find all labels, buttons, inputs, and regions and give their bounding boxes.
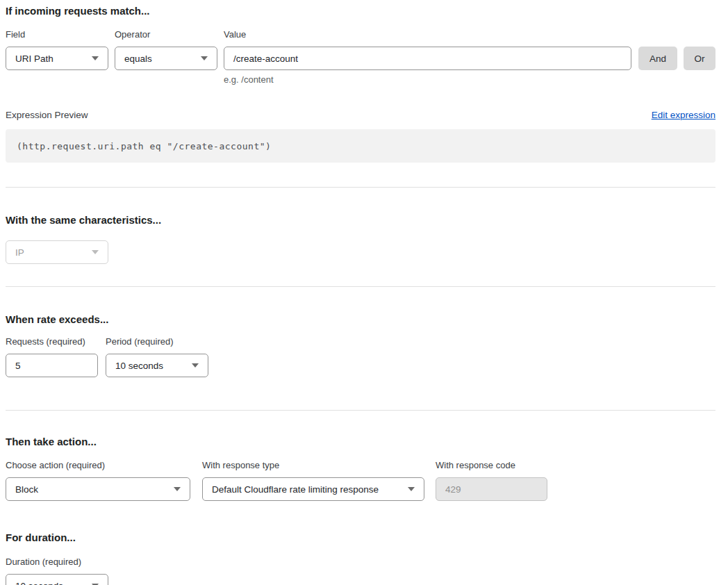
action-section-heading: Then take action... [6, 436, 715, 448]
chevron-down-icon [408, 487, 415, 491]
duration-select-value: 10 seconds [15, 581, 63, 585]
chevron-down-icon [174, 487, 181, 491]
characteristic-select-value: IP [15, 247, 24, 258]
field-select[interactable]: URI Path [6, 47, 108, 70]
action-controls-row: Choose action (required) Block With resp… [6, 461, 715, 501]
field-select-value: URI Path [15, 53, 53, 64]
response-code-group: With response code [436, 461, 547, 501]
rate-section-heading: When rate exceeds... [6, 313, 715, 326]
characteristic-select: IP [6, 240, 108, 264]
requests-group: Requests (required) [6, 337, 98, 377]
action-select[interactable]: Block [6, 477, 190, 501]
section-divider [6, 187, 715, 188]
value-group: Value e.g. /content [224, 30, 631, 85]
chevron-down-icon [92, 56, 99, 60]
action-select-value: Block [15, 484, 38, 495]
response-code-label: With response code [436, 461, 547, 470]
response-type-select-value: Default Cloudflare rate limiting respons… [212, 484, 379, 495]
operator-select[interactable]: equals [115, 47, 217, 70]
chevron-down-icon [192, 363, 199, 368]
rate-controls-row: Requests (required) Period (required) 10… [6, 337, 715, 377]
expression-preview-label: Expression Preview [6, 110, 88, 120]
match-section-heading: If incoming requests match... [6, 5, 715, 17]
operator-group: Operator equals [115, 30, 217, 70]
operator-select-value: equals [124, 53, 152, 64]
period-select[interactable]: 10 seconds [106, 354, 208, 377]
requests-label: Requests (required) [6, 337, 98, 347]
characteristics-section-heading: With the same characteristics... [6, 214, 715, 226]
response-type-select[interactable]: Default Cloudflare rate limiting respons… [202, 477, 424, 501]
requests-input[interactable] [6, 354, 98, 377]
duration-select[interactable]: 10 seconds [6, 574, 108, 585]
response-type-label: With response type [202, 461, 424, 470]
or-button[interactable]: Or [684, 47, 715, 70]
field-group: Field URI Path [6, 30, 108, 70]
duration-label: Duration (required) [6, 557, 715, 567]
response-type-group: With response type Default Cloudflare ra… [202, 461, 424, 501]
match-controls-row: Field URI Path Operator equals Value e.g… [6, 30, 715, 85]
and-button[interactable]: And [638, 47, 677, 70]
period-select-value: 10 seconds [115, 361, 163, 371]
value-label: Value [224, 30, 631, 40]
duration-group: Duration (required) 10 seconds [6, 557, 715, 585]
section-divider [6, 410, 715, 411]
expression-code: (http.request.uri.path eq "/create-accou… [17, 141, 271, 151]
action-label: Choose action (required) [6, 461, 190, 470]
rate-limiting-rule-form: If incoming requests match... Field URI … [6, 0, 715, 585]
section-divider [6, 286, 715, 287]
edit-expression-link[interactable]: Edit expression [652, 110, 715, 120]
operator-label: Operator [115, 30, 217, 40]
response-code-input [436, 477, 547, 501]
action-group: Choose action (required) Block [6, 461, 190, 501]
expression-preview-header: Expression Preview Edit expression [6, 110, 715, 120]
chevron-down-icon [201, 56, 208, 60]
duration-section-heading: For duration... [6, 532, 715, 544]
chevron-down-icon [92, 250, 99, 254]
period-group: Period (required) 10 seconds [106, 337, 208, 377]
value-hint: e.g. /content [224, 74, 631, 85]
expression-preview-box: (http.request.uri.path eq "/create-accou… [6, 129, 715, 163]
field-label: Field [6, 30, 108, 40]
value-input[interactable] [224, 47, 631, 70]
period-label: Period (required) [106, 337, 208, 347]
